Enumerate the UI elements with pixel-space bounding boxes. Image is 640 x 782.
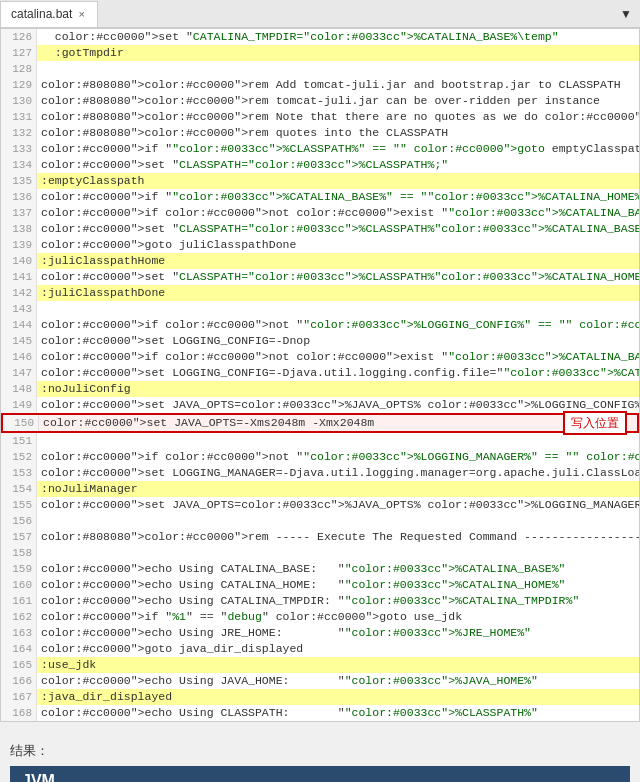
line-number: 141	[1, 269, 37, 285]
code-line: 155color:#cc0000">set JAVA_OPTS=color:#0…	[1, 497, 639, 513]
code-line: 167:java_dir_displayed	[1, 689, 639, 705]
code-line: 141color:#cc0000">set "CLASSPATH="color:…	[1, 269, 639, 285]
line-content: :noJuliManager	[37, 481, 639, 497]
tab-close-icon[interactable]: ×	[76, 8, 86, 20]
line-content	[37, 433, 639, 449]
line-content: color:#cc0000">if color:#cc0000">not ""c…	[37, 317, 640, 333]
line-content: color:#cc0000">set "CATALINA_TMPDIR="col…	[37, 29, 639, 45]
code-line: 166color:#cc0000">echo Using JAVA_HOME: …	[1, 673, 639, 689]
line-number: 129	[1, 77, 37, 93]
code-line: 127 :gotTmpdir	[1, 45, 639, 61]
code-line: 134color:#cc0000">set "CLASSPATH="color:…	[1, 157, 639, 173]
line-number: 153	[1, 465, 37, 481]
code-line: 162color:#cc0000">if "%1" == "debug" col…	[1, 609, 639, 625]
line-number: 166	[1, 673, 37, 689]
catalina-tab[interactable]: catalina.bat ×	[0, 1, 98, 27]
line-content: color:#cc0000">set JAVA_OPTS=color:#0033…	[37, 397, 640, 413]
code-editor: 126 color:#cc0000">set "CATALINA_TMPDIR=…	[0, 28, 640, 722]
code-line: 165:use_jdk	[1, 657, 639, 673]
code-line: 130color:#808080">color:#cc0000">rem tom…	[1, 93, 639, 109]
code-line: 139color:#cc0000">goto juliClasspathDone	[1, 237, 639, 253]
line-content: color:#cc0000">echo Using CATALINA_TMPDI…	[37, 593, 639, 609]
code-line: 161color:#cc0000">echo Using CATALINA_TM…	[1, 593, 639, 609]
line-content: color:#cc0000">set LOGGING_CONFIG=-Dnop	[37, 333, 639, 349]
line-number: 137	[1, 205, 37, 221]
code-line: 142:juliClasspathDone	[1, 285, 639, 301]
annotation-box: 写入位置	[563, 411, 627, 435]
line-number: 157	[1, 529, 37, 545]
code-line: 126 color:#cc0000">set "CATALINA_TMPDIR=…	[1, 29, 639, 45]
code-lines: 126 color:#cc0000">set "CATALINA_TMPDIR=…	[1, 29, 639, 721]
line-number: 155	[1, 497, 37, 513]
line-content: :use_jdk	[37, 657, 639, 673]
line-content: color:#cc0000">set LOGGING_MANAGER=-Djav…	[37, 465, 640, 481]
code-line: 140:juliClasspathHome	[1, 253, 639, 269]
line-content: color:#cc0000">echo Using CATALINA_HOME:…	[37, 577, 639, 593]
line-content: color:#cc0000">set JAVA_OPTS=color:#0033…	[37, 497, 640, 513]
line-number: 145	[1, 333, 37, 349]
line-number: 144	[1, 317, 37, 333]
line-content: color:#808080">color:#cc0000">rem Note t…	[37, 109, 640, 125]
line-content: color:#cc0000">set LOGGING_CONFIG=-Djava…	[37, 365, 640, 381]
tab-dropdown-icon[interactable]: ▼	[612, 3, 640, 25]
line-content: color:#cc0000">if color:#cc0000">not col…	[37, 349, 640, 365]
code-line: 133color:#cc0000">if ""color:#0033cc">%C…	[1, 141, 639, 157]
line-content: color:#cc0000">set "CLASSPATH="color:#00…	[37, 269, 640, 285]
line-number: 154	[1, 481, 37, 497]
line-number: 164	[1, 641, 37, 657]
line-number: 133	[1, 141, 37, 157]
line-content: color:#cc0000">if "%1" == "debug" color:…	[37, 609, 639, 625]
line-number: 148	[1, 381, 37, 397]
line-number: 168	[1, 705, 37, 721]
line-number: 132	[1, 125, 37, 141]
line-content: color:#cc0000">set "CLASSPATH="color:#00…	[37, 157, 639, 173]
result-section: 结果： JVM Free memory: 1632.76 MB Total me…	[0, 742, 640, 782]
line-number: 135	[1, 173, 37, 189]
line-number: 165	[1, 657, 37, 673]
code-line: 148:noJuliConfig	[1, 381, 639, 397]
line-content: :gotTmpdir	[37, 45, 639, 61]
line-number: 130	[1, 93, 37, 109]
line-number: 159	[1, 561, 37, 577]
line-number: 136	[1, 189, 37, 205]
code-line: 150color:#cc0000">set JAVA_OPTS=-Xms2048…	[1, 413, 639, 433]
line-number: 131	[1, 109, 37, 125]
line-content: color:#cc0000">if color:#cc0000">not col…	[37, 205, 640, 221]
line-number: 151	[1, 433, 37, 449]
line-content: color:#cc0000">if ""color:#0033cc">%CATA…	[37, 189, 640, 205]
code-line: 163color:#cc0000">echo Using JRE_HOME: "…	[1, 625, 639, 641]
line-content: :noJuliConfig	[37, 381, 639, 397]
line-content: color:#808080">color:#cc0000">rem quotes…	[37, 125, 639, 141]
line-content	[37, 61, 639, 77]
line-content: color:#cc0000">echo Using CATALINA_BASE:…	[37, 561, 639, 577]
code-line: 143	[1, 301, 639, 317]
line-number: 158	[1, 545, 37, 561]
line-number: 149	[1, 397, 37, 413]
jvm-title: JVM	[10, 766, 630, 782]
code-line: 136color:#cc0000">if ""color:#0033cc">%C…	[1, 189, 639, 205]
line-content: color:#cc0000">echo Using CLASSPATH: ""c…	[37, 705, 639, 721]
code-line: 158	[1, 545, 639, 561]
code-line: 156	[1, 513, 639, 529]
line-number: 167	[1, 689, 37, 705]
code-line: 164color:#cc0000">goto java_dir_displaye…	[1, 641, 639, 657]
line-number: 140	[1, 253, 37, 269]
line-content: :java_dir_displayed	[37, 689, 639, 705]
code-line: 135:emptyClasspath	[1, 173, 639, 189]
line-number: 160	[1, 577, 37, 593]
line-content	[37, 545, 639, 561]
code-line: 147color:#cc0000">set LOGGING_CONFIG=-Dj…	[1, 365, 639, 381]
line-content: :emptyClasspath	[37, 173, 639, 189]
code-line: 138color:#cc0000">set "CLASSPATH="color:…	[1, 221, 639, 237]
code-line: 131color:#808080">color:#cc0000">rem Not…	[1, 109, 639, 125]
line-number: 143	[1, 301, 37, 317]
line-number: 142	[1, 285, 37, 301]
line-number: 139	[1, 237, 37, 253]
line-number: 150	[3, 415, 39, 431]
line-content: :juliClasspathDone	[37, 285, 639, 301]
line-content: color:#cc0000">echo Using JAVA_HOME: ""c…	[37, 673, 639, 689]
line-content: color:#cc0000">if ""color:#0033cc">%CLAS…	[37, 141, 640, 157]
line-number: 162	[1, 609, 37, 625]
code-line: 128	[1, 61, 639, 77]
code-line: 149color:#cc0000">set JAVA_OPTS=color:#0…	[1, 397, 639, 413]
